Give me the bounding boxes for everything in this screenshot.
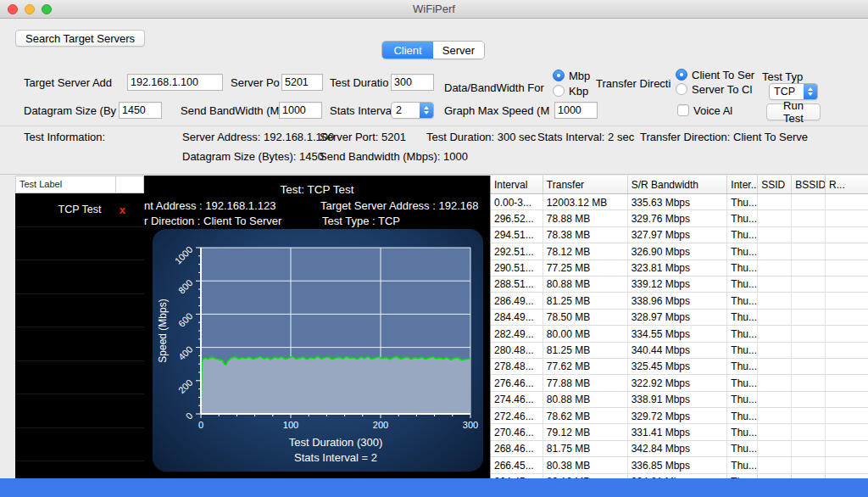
table-cell: 77.62 MB [543,359,628,374]
column-header-interval-time[interactable]: Inter... [727,176,758,193]
table-row[interactable]: 276.46...77.88 MB322.92 MbpsThu... [491,375,868,391]
table-cell: 326.90 Mbps [628,243,728,259]
table-cell: 280.48... [491,343,543,358]
popup-arrows-icon[interactable] [804,84,817,99]
tab-server[interactable]: Server [433,42,484,59]
table-cell: 278.48... [491,359,543,374]
test-list-item-label: TCP Test [58,204,102,215]
table-cell: 328.97 Mbps [628,310,728,325]
table-cell: 339.12 Mbps [628,276,728,292]
table-cell: Thu... [727,457,758,472]
table-cell: 335.63 Mbps [628,194,728,209]
table-cell [758,441,792,456]
table-cell [758,194,792,209]
table-row[interactable]: 292.51...78.12 MB326.90 MbpsThu... [491,243,868,260]
mbps-radio[interactable]: Mbp [553,69,590,82]
table-cell: 296.52... [491,210,543,226]
table-cell: 77.88 MB [543,375,628,390]
info-send-bandwidth: Send Bandwidth (Mbps): 1000 [320,150,468,164]
table-row[interactable]: 268.46...81.75 MB342.84 MbpsThu... [491,441,868,457]
datagram-size-label: Datagram Size (By [24,102,116,119]
table-row[interactable]: 288.51...80.88 MB339.12 MbpsThu... [491,276,868,293]
svg-text:200: 200 [176,377,194,395]
table-cell: 80.00 MB [543,326,628,341]
chart-panel: Test: TCP Test nt Address : 192.168.1.12… [144,176,490,478]
test-label-column-header[interactable]: Test Label [16,176,116,193]
test-type-popup[interactable]: TCP [769,83,818,100]
table-cell: Thu... [727,359,758,374]
table-cell [792,227,826,243]
table-row[interactable]: 278.48...77.62 MB325.45 MbpsThu... [491,359,868,375]
voice-alert-checkbox[interactable]: Voice Al [677,103,732,117]
table-cell [826,408,868,423]
mode-segmented-control: Client Server [381,41,485,59]
table-row[interactable]: 284.49...78.50 MB328.97 MbpsThu... [491,310,868,326]
target-server-address-input[interactable] [127,74,223,91]
search-target-servers-button[interactable]: Search Target Servers [15,30,145,47]
svg-text:200: 200 [373,420,388,430]
client-to-server-radio[interactable]: Client To Ser [676,68,754,81]
table-row[interactable]: 272.46...78.62 MB329.72 MbpsThu... [491,408,868,424]
table-cell [826,260,868,276]
table-cell [826,424,868,439]
table-cell: 329.72 Mbps [628,408,728,423]
test-list-row[interactable]: TCP Testx [15,193,144,227]
test-type-label: Test Typ [762,68,803,85]
table-cell [826,326,868,341]
column-header-ssid[interactable]: SSID [758,176,792,193]
svg-text:Stats Interval = 2: Stats Interval = 2 [294,451,377,464]
graph-max-speed-input[interactable] [554,102,598,119]
server-to-client-radio[interactable]: Server To Cl [676,82,752,96]
run-test-button[interactable]: Run Test [766,103,821,120]
delete-test-button[interactable]: x [120,204,125,216]
column-header-bssid[interactable]: BSSID [792,176,826,193]
svg-text:1000: 1000 [173,244,195,266]
table-row[interactable]: 270.46...79.12 MB331.41 MbpsThu... [491,424,868,440]
stats-interval-stepper[interactable]: 2 [391,102,434,119]
table-row[interactable]: 290.51...77.25 MB323.81 MbpsThu... [491,260,868,276]
datagram-size-input[interactable] [119,102,162,119]
test-list-rows: TCP Testx [15,193,144,478]
column-header-transfer[interactable]: Transfer [543,176,628,193]
table-cell: 323.81 Mbps [628,260,728,276]
column-header-rssi[interactable]: R... [826,176,868,193]
table-cell [792,441,826,456]
table-cell: Thu... [727,310,758,325]
table-cell: Thu... [727,408,758,423]
table-cell [792,457,826,472]
table-row[interactable]: 0.00-3...12003.12 MB335.63 MbpsThu... [491,194,868,210]
table-row[interactable]: 266.45...80.38 MB336.85 MbpsThu... [491,457,868,473]
test-list-row [15,428,144,462]
stepper-arrows-icon[interactable] [420,103,433,118]
kbps-radio[interactable]: Kbp [553,84,588,98]
table-row[interactable]: 280.48...81.25 MB340.44 MbpsThu... [491,343,868,359]
table-row[interactable]: 286.49...81.25 MB338.96 MbpsThu... [491,293,868,309]
info-test-duration: Test Duration: 300 sec [426,131,536,144]
table-cell: 331.41 Mbps [628,424,728,439]
table-row[interactable]: 296.52...78.88 MB329.76 MbpsThu... [491,210,868,226]
table-cell: 292.51... [491,243,543,259]
test-type-value: TCP [770,84,804,99]
table-cell: 334.55 Mbps [628,326,728,341]
table-cell: Thu... [727,276,758,292]
table-cell [826,441,868,456]
table-cell: 342.84 Mbps [628,441,728,456]
table-cell [792,293,826,308]
server-port-input[interactable] [281,74,323,91]
send-bandwidth-input[interactable] [279,102,322,119]
table-row[interactable]: 294.51...78.38 MB327.97 MbpsThu... [491,227,868,243]
table-row[interactable]: 274.46...80.88 MB338.91 MbpsThu... [491,392,868,408]
table-cell: 272.46... [491,408,543,423]
table-row[interactable]: 282.49...80.00 MB334.55 MbpsThu... [491,326,868,342]
table-cell [826,310,868,325]
test-duration-input[interactable] [391,74,434,91]
graph-max-speed-label: Graph Max Speed (M [444,102,549,119]
stats-interval-label: Stats Interva [330,102,392,119]
column-header-interval[interactable]: Interval [491,176,543,193]
table-cell [792,243,826,259]
column-header-bandwidth[interactable]: S/R Bandwidth [628,176,728,193]
section-divider [0,174,868,175]
table-cell [826,375,868,390]
test-information-heading: Test Information: [24,131,105,144]
tab-client[interactable]: Client [382,42,433,59]
